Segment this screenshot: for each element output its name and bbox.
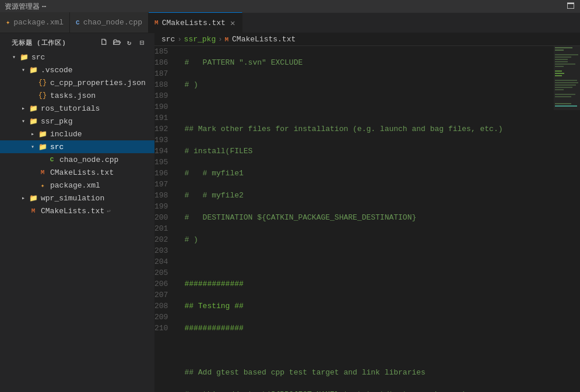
breadcrumb: src › ssr_pkg › M CMakeLists.txt: [154, 33, 580, 46]
editor-area: src › ssr_pkg › M CMakeLists.txt 185 186…: [154, 33, 580, 392]
sidebar-label-tasks-json: tasks.json: [50, 91, 96, 100]
tab-bar: ✦ package.xml C chao_node.cpp M CMakeLis…: [0, 13, 580, 33]
code-editor[interactable]: # PATTERN ".svn" EXCLUDE # ) ## Mark oth…: [175, 46, 554, 392]
refresh-icon[interactable]: ↻: [124, 37, 135, 48]
file-icon-cmake-ssr: M: [37, 169, 48, 176]
breadcrumb-src[interactable]: src: [161, 35, 175, 44]
line-numbers: 185 186 187 188 189 190 191 192 193 194 …: [154, 46, 175, 392]
arrow-wpr-simulation: ▸: [19, 195, 28, 202]
code-line-200: # catkin_add_gtest(${PROJECT_NAME}-test …: [184, 389, 554, 392]
folder-icon-src: 📁: [19, 53, 29, 62]
tab-chao-node-cpp[interactable]: C chao_node.cpp: [70, 12, 149, 33]
sidebar-workspace-label: 无标题 (工作区): [12, 38, 66, 47]
tab-cmakelists-label: CMakeLists.txt: [162, 19, 226, 27]
sidebar-item-include[interactable]: ▸ 📁 include: [0, 128, 154, 140]
code-line-195: #############: [184, 278, 554, 289]
code-line-185: # PATTERN ".svn" EXCLUDE: [184, 57, 554, 68]
code-line-193: # ): [184, 234, 554, 245]
sidebar-item-src-folder[interactable]: ▾ 📁 src: [0, 140, 154, 153]
breadcrumb-cmake-label: CMakeLists.txt: [232, 35, 296, 44]
file-icon-tasks: {}: [37, 91, 48, 100]
arrow-src-folder: ▾: [28, 143, 37, 150]
code-line-197: #############: [184, 323, 554, 334]
sidebar-item-src-root[interactable]: ▾ 📁 src: [0, 51, 154, 63]
sidebar-item-tasks-json[interactable]: {} tasks.json: [0, 89, 154, 102]
sidebar-item-chao-node-cpp[interactable]: C chao_node.cpp: [0, 153, 154, 166]
tab-chao-node-cpp-label: chao_node.cpp: [83, 18, 142, 27]
code-line-186: # ): [184, 79, 554, 90]
sidebar-item-package-xml-ssr[interactable]: ✦ package.xml: [0, 179, 154, 192]
sidebar-label-package-xml-ssr: package.xml: [50, 181, 100, 190]
code-line-190: # # myfile1: [184, 168, 554, 179]
title-bar-left: 资源管理器 ⋯: [5, 2, 46, 12]
window-maximize-icon[interactable]: 🗖: [566, 2, 575, 11]
file-icon-c-cpp-props: {}: [37, 79, 48, 87]
sidebar-label-ros-tutorials: ros_tutorials: [41, 104, 100, 113]
tab-package-xml-label: package.xml: [13, 18, 64, 27]
sidebar-tree: ▾ 📁 src ▾ 📁 .vscode {} c_cpp_properties.…: [0, 51, 154, 392]
main-area: 无标题 (工作区) 🗋 🗁 ↻ ⊟ ▾ 📁 src ▾ 📁: [0, 33, 580, 392]
arrow-src-root: ▾: [9, 54, 19, 61]
sidebar-item-c-cpp-props[interactable]: {} c_cpp_properties.json: [0, 76, 154, 89]
sidebar-label-vscode: .vscode: [41, 66, 73, 75]
sidebar-label-c-cpp-props: c_cpp_properties.json: [50, 79, 146, 87]
arrow-ros-tutorials: ▸: [19, 105, 28, 112]
sidebar-item-ros-tutorials[interactable]: ▸ 📁 ros_tutorials: [0, 102, 154, 115]
tab-close-icon[interactable]: ✕: [229, 18, 236, 28]
tab-cmakelists-txt[interactable]: M CMakeLists.txt ✕: [149, 12, 242, 33]
folder-icon-wpr: 📁: [28, 194, 38, 203]
editor-content[interactable]: 185 186 187 188 189 190 191 192 193 194 …: [154, 46, 580, 392]
sidebar-label-chao-node: chao_node.cpp: [59, 156, 118, 164]
tab-cpp-icon: C: [76, 19, 80, 26]
code-line-194: [184, 256, 554, 267]
folder-icon-src-inner: 📁: [37, 143, 48, 151]
title-bar-right: 🗖: [566, 2, 575, 11]
tab-package-xml[interactable]: ✦ package.xml: [0, 12, 70, 33]
breadcrumb-ssr-pkg[interactable]: ssr_pkg: [184, 35, 216, 44]
sidebar-item-cmakelists-root[interactable]: M CMakeLists.txt ↩: [0, 204, 154, 217]
sidebar-label-src-root: src: [31, 53, 45, 62]
arrow-vscode: ▾: [19, 66, 28, 73]
breadcrumb-cmake[interactable]: M: [224, 36, 229, 43]
title-bar-title: 资源管理器: [5, 2, 40, 12]
title-bar-more-icon[interactable]: ⋯: [42, 2, 46, 11]
folder-icon-ros-tutorials: 📁: [28, 104, 38, 113]
sidebar-label-cmakelists-root: CMakeLists.txt: [41, 207, 104, 216]
sidebar-label-include: include: [50, 130, 82, 139]
code-line-199: ## Add gtest based cpp test target and l…: [184, 367, 554, 378]
file-icon-cmake-root: M: [28, 207, 38, 214]
sidebar-label-src-folder: src: [50, 143, 64, 151]
minimap-svg: [554, 46, 580, 392]
folder-icon-vscode: 📁: [28, 66, 38, 75]
code-line-189: # install(FILES: [184, 146, 554, 157]
collapse-icon[interactable]: ⊟: [137, 37, 147, 48]
sidebar-item-wpr-simulation[interactable]: ▸ 📁 wpr_simulation: [0, 192, 154, 204]
sidebar-item-vscode[interactable]: ▾ 📁 .vscode: [0, 63, 154, 76]
sidebar-item-cmakelists-ssr[interactable]: M CMakeLists.txt: [0, 166, 154, 179]
code-line-191: # # myfile2: [184, 190, 554, 201]
arrow-include: ▸: [28, 130, 37, 137]
sidebar: 无标题 (工作区) 🗋 🗁 ↻ ⊟ ▾ 📁 src ▾ 📁: [0, 33, 154, 392]
symlink-icon: ↩: [107, 207, 111, 215]
sidebar-label-wpr-simulation: wpr_simulation: [41, 194, 104, 203]
tab-cmake-icon: M: [154, 19, 159, 26]
code-line-188: ## Mark other files for installation (e.…: [184, 123, 554, 135]
arrow-ssr-pkg: ▾: [19, 118, 28, 125]
title-bar: 资源管理器 ⋯ 🗖: [0, 0, 580, 13]
file-icon-chao-node: C: [47, 156, 57, 163]
sidebar-label-ssr-pkg: ssr_pkg: [41, 117, 73, 126]
code-line-198: [184, 345, 554, 356]
folder-icon-ssr-pkg: 📁: [28, 117, 38, 126]
code-line-187: [184, 101, 554, 112]
sidebar-item-ssr-pkg[interactable]: ▾ 📁 ssr_pkg: [0, 115, 154, 128]
code-line-196: ## Testing ##: [184, 301, 554, 312]
sidebar-header-icons: 🗋 🗁 ↻ ⊟: [99, 37, 147, 48]
minimap: [554, 46, 580, 392]
sidebar-header: 无标题 (工作区) 🗋 🗁 ↻ ⊟: [0, 33, 154, 51]
file-icon-pkg-xml-ssr: ✦: [37, 182, 48, 189]
new-file-icon[interactable]: 🗋: [99, 37, 109, 48]
code-line-192: # DESTINATION ${CATKIN_PACKAGE_SHARE_DES…: [184, 212, 554, 223]
folder-icon-include: 📁: [37, 130, 48, 139]
new-folder-icon[interactable]: 🗁: [111, 37, 122, 48]
tab-xml-icon: ✦: [6, 18, 10, 27]
